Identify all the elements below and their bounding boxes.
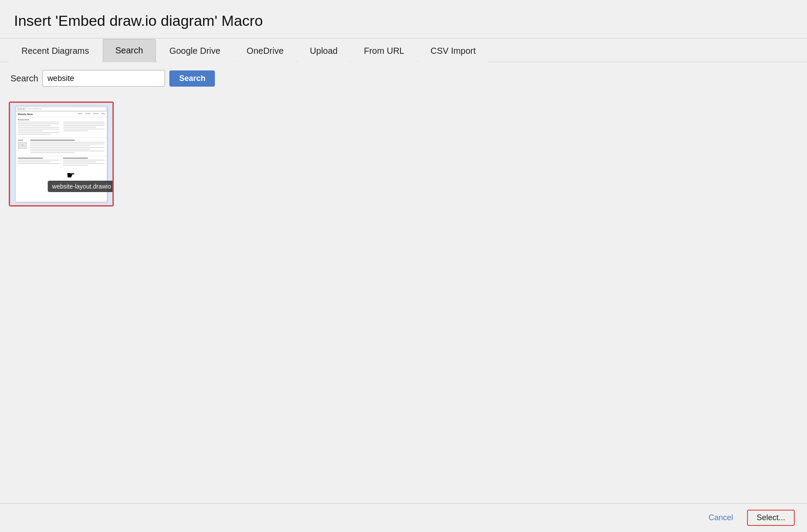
page-title: Insert 'Embed draw.io diagram' Macro bbox=[14, 12, 793, 29]
tab-search[interactable]: Search bbox=[103, 39, 156, 62]
tab-google-drive[interactable]: Google Drive bbox=[157, 39, 233, 62]
diagram-card[interactable]: https://www.default.com Website Name Abo… bbox=[9, 102, 114, 206]
tab-recent-diagrams[interactable]: Recent Diagrams bbox=[9, 39, 102, 62]
content-area: https://www.default.com Website Name Abo… bbox=[0, 94, 807, 503]
header: Insert 'Embed draw.io diagram' Macro bbox=[0, 0, 807, 38]
search-label: Search bbox=[11, 74, 38, 84]
tabs-bar: Recent Diagrams Search Google Drive OneD… bbox=[0, 38, 807, 62]
diagram-preview: https://www.default.com Website Name Abo… bbox=[10, 103, 112, 205]
tab-from-url[interactable]: From URL bbox=[351, 39, 417, 62]
cancel-button[interactable]: Cancel bbox=[702, 511, 740, 525]
tab-onedrive[interactable]: OneDrive bbox=[234, 39, 296, 62]
diagrams-grid: https://www.default.com Website Name Abo… bbox=[9, 102, 798, 206]
page-container: Insert 'Embed draw.io diagram' Macro Rec… bbox=[0, 0, 807, 532]
search-bar: Search Search bbox=[0, 62, 807, 94]
search-button[interactable]: Search bbox=[169, 70, 215, 87]
tab-csv-import[interactable]: CSV Import bbox=[418, 39, 488, 62]
select-button[interactable]: Select... bbox=[747, 510, 795, 526]
footer-bar: Cancel Select... bbox=[0, 503, 807, 532]
diagram-thumbnail: https://www.default.com Website Name Abo… bbox=[15, 106, 107, 202]
search-input[interactable] bbox=[42, 70, 165, 87]
tab-upload[interactable]: Upload bbox=[297, 39, 350, 62]
